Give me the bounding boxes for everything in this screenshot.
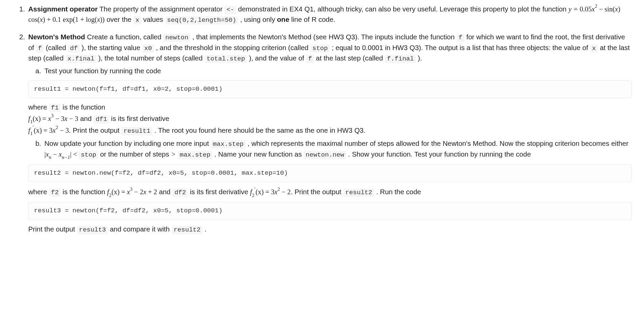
stopping-criterion: |xn − xn−1| < xyxy=(44,151,79,158)
eq-x4: x xyxy=(97,16,100,23)
q2b-intro-e: . Show your function. Test your function… xyxy=(346,150,531,158)
q2-p1-i: ), the total number of steps (called xyxy=(97,54,205,62)
f2-definition: f2(x) = x3 − 2x + 2 xyxy=(107,188,157,196)
q2a-where-a: where xyxy=(28,103,49,111)
q2b-body: where f2 is the function f2(x) = x3 − 2x… xyxy=(28,186,632,198)
codeblock-result2: result2 = newton.new(f=f2, df=df2, x0=5,… xyxy=(28,164,632,182)
q2b-where-a: where xyxy=(28,188,49,196)
subn: n xyxy=(49,155,51,160)
code-maxstep-2: max.step xyxy=(178,151,212,159)
code-result2-b: result2 xyxy=(172,226,203,234)
q1-text-d: values xyxy=(141,15,165,23)
q2a-where-b: is the function xyxy=(61,103,105,111)
f2p-m2: − 2 xyxy=(280,188,291,196)
eq-close: )) xyxy=(100,16,105,23)
code-result2: result2 xyxy=(343,188,374,197)
final-b: and compare it with xyxy=(108,225,172,233)
q2b-where-c: is its first derivative xyxy=(188,188,250,196)
code-newtonnew: newton.new xyxy=(304,151,346,159)
q2a-and: and xyxy=(78,115,94,122)
f1-f: f xyxy=(28,115,30,122)
f2p-sq: 2 xyxy=(278,186,280,192)
q2-title: Newton's Method xyxy=(28,33,85,41)
code-assign-op: <- xyxy=(224,6,236,14)
q2-p1-g: ; equal to 0.0001 in HW3 Q3). The output… xyxy=(330,44,590,51)
f1-ofx: (x) = xyxy=(33,115,48,122)
code-x-2: x xyxy=(590,44,598,53)
code-stop: stop xyxy=(310,44,330,53)
eq-minus-sin: − sin( xyxy=(597,5,615,13)
q2-final: Print the output result3 and compare it … xyxy=(28,224,632,235)
code-ffinal: f.final xyxy=(385,55,416,63)
q2-part-a: Test your function by running the code xyxy=(43,66,632,76)
f1p-f: f xyxy=(28,127,30,134)
q2-p1-e: ), the starting value xyxy=(80,44,142,51)
q2b-intro-c: or the number of steps xyxy=(98,150,171,158)
q2-sublist: Test your function by running the code xyxy=(28,66,632,76)
q2a-body: where f1 is the function f1(x) = x3 − 3x… xyxy=(28,102,632,136)
code-f1: f1 xyxy=(49,104,61,112)
code-df1: df1 xyxy=(94,115,109,124)
gt-sign: > xyxy=(171,151,176,158)
f1-sub1: 1 xyxy=(30,119,33,124)
subnm1: n−1 xyxy=(62,155,70,160)
eq-sq: 2 xyxy=(595,3,597,9)
f2prime-definition: f2′(x) = 3x2 − 2 xyxy=(250,188,291,196)
q2-p1-l: ). xyxy=(416,54,422,62)
codeblock-result3: result3 = newton(f=f2, df=df2, x0=5, sto… xyxy=(28,202,632,220)
code-df: df xyxy=(68,44,80,53)
code-newton: newton xyxy=(163,34,190,42)
f2p-x: x xyxy=(275,188,278,196)
xn: x xyxy=(46,151,49,158)
q2-p1-f: , and the threshold in the stopping crit… xyxy=(154,44,311,51)
f1p-ofx: (x) = 3 xyxy=(34,127,52,134)
q2b-intro-a: Now update your function by including on… xyxy=(44,139,211,147)
code-stop-2: stop xyxy=(79,151,98,159)
q2b-print-b: . Run the code xyxy=(374,188,421,196)
code-f: f xyxy=(457,34,464,42)
code-seq: seq(0,2,length=50) xyxy=(165,16,239,25)
f1-cube: 3 xyxy=(51,113,53,118)
problem-2: Newton's Method Create a function, calle… xyxy=(27,32,632,235)
codeblock-result1: result1 = newton(f=f1, df=df1, x0=2, sto… xyxy=(28,80,632,98)
code-result1: result1 xyxy=(121,127,152,135)
q2-p1-b: , that implements the Newton's Method (s… xyxy=(190,33,457,41)
q1-text-b: demonstrated in EX4 Q1, although tricky,… xyxy=(236,5,569,13)
code-x0: x0 xyxy=(142,44,154,53)
stop-minus: − xyxy=(51,151,59,158)
f2-ofx: (x) = xyxy=(111,188,127,196)
eq-x2: x xyxy=(615,5,618,13)
xnm1: x xyxy=(59,151,62,158)
q2a-where-c: is its first derivative xyxy=(109,115,169,122)
f1prime-definition: f1′(x) = 3x2 − 3 xyxy=(28,127,69,134)
f1-m3: − 3 xyxy=(67,115,78,122)
code-f2: f2 xyxy=(49,188,61,197)
q1-one: one xyxy=(277,15,289,23)
code-result3: result3 xyxy=(77,226,108,234)
q2b-print-a: . Print the output xyxy=(291,188,343,196)
q2-p1-d: (called xyxy=(44,44,68,51)
q1-text-f: line of R code. xyxy=(289,15,335,23)
eq-lhs: y = xyxy=(568,5,579,13)
f1p-sub1: 1 xyxy=(30,131,33,136)
f2p-prime: ′ xyxy=(254,186,255,192)
q2b-intro-b: , which represents the maximal number of… xyxy=(246,139,629,147)
q1-text-a: The property of the assignment operator xyxy=(98,5,224,13)
document-page: Assignment operator The property of the … xyxy=(0,0,644,252)
f2-m2x-a: − 2 xyxy=(133,188,143,196)
eq-x: x xyxy=(592,5,595,13)
f1-m3x-a: − 3 xyxy=(53,115,64,122)
q2-part-b: Now update your function by including on… xyxy=(43,138,632,160)
f1p-m3: − 3 xyxy=(58,127,69,134)
f2p-sub2: 2 xyxy=(252,193,254,198)
f2p-ofx: (x) = 3 xyxy=(256,188,275,196)
q2a-intro: Test your function by running the code xyxy=(44,67,161,75)
f1-definition: f1(x) = x3 − 3x − 3 xyxy=(28,115,78,122)
q2-sublist-b: Now update your function by including on… xyxy=(28,138,632,160)
f2-p2: + 2 xyxy=(146,188,157,196)
code-xfinal: x.final xyxy=(66,55,97,63)
code-x: x xyxy=(133,16,141,25)
q2-p1-j: ), and the value of xyxy=(247,54,306,62)
f2-sub2: 2 xyxy=(109,193,111,198)
eq-exp: ) + 0.1 exp(1 + log( xyxy=(43,16,97,23)
